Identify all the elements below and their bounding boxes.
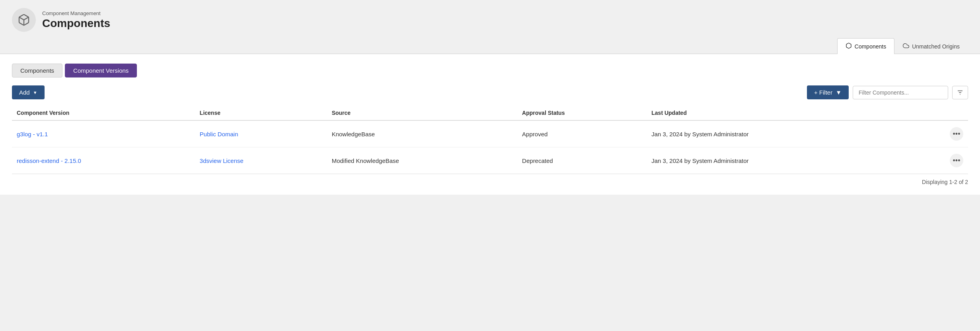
row1-component-version-link[interactable]: g3log - v1.1 xyxy=(17,131,48,137)
add-button[interactable]: Add ▼ xyxy=(12,85,45,99)
row2-more-button[interactable]: ••• xyxy=(950,154,963,167)
filter-options-icon xyxy=(957,89,964,96)
data-table: Component Version License Source Approva… xyxy=(12,106,968,174)
sub-tab-component-versions[interactable]: Component Versions xyxy=(65,64,137,77)
row2-approval-status: Deprecated xyxy=(517,147,647,174)
filter-input-wrap xyxy=(853,86,948,99)
row2-actions: ••• xyxy=(911,147,968,174)
col-approval-status: Approval Status xyxy=(517,106,647,120)
page-title: Components xyxy=(42,17,110,30)
tab-unmatched-origins-icon xyxy=(903,43,909,50)
row1-actions: ••• xyxy=(911,120,968,147)
header-text: Component Management Components xyxy=(42,10,110,30)
tab-components[interactable]: Components xyxy=(837,38,894,54)
table-header: Component Version License Source Approva… xyxy=(12,106,968,120)
component-icon xyxy=(12,8,36,32)
toolbar-left: Add ▼ xyxy=(12,85,45,99)
content-area: Components Component Versions Add ▼ + Fi… xyxy=(0,54,980,195)
row2-component-version: redisson-extend - 2.15.0 xyxy=(12,147,195,174)
tab-components-label: Components xyxy=(855,43,886,50)
add-chevron-icon: ▼ xyxy=(33,90,37,95)
table-body: g3log - v1.1 Public Domain KnowledgeBase… xyxy=(12,120,968,174)
header-section: Component Management Components xyxy=(0,0,980,32)
row2-source: Modified KnowledgeBase xyxy=(327,147,517,174)
row1-source: KnowledgeBase xyxy=(327,120,517,147)
tab-unmatched-origins[interactable]: Unmatched Origins xyxy=(894,38,968,54)
tab-unmatched-origins-label: Unmatched Origins xyxy=(912,43,960,50)
toolbar: Add ▼ + Filter ▼ xyxy=(12,85,968,99)
filter-options-button[interactable] xyxy=(952,86,968,99)
row1-license: Public Domain xyxy=(195,120,327,147)
filter-button[interactable]: + Filter ▼ xyxy=(807,85,849,99)
sub-tabs: Components Component Versions xyxy=(12,64,968,77)
tab-components-icon xyxy=(846,43,852,50)
col-license: License xyxy=(195,106,327,120)
header-top: Component Management Components xyxy=(12,8,968,32)
row1-last-updated: Jan 3, 2024 by System Administrator xyxy=(647,120,911,147)
col-last-updated: Last Updated xyxy=(647,106,911,120)
sub-tab-components[interactable]: Components xyxy=(12,64,62,77)
box-icon xyxy=(18,14,30,26)
col-component-version: Component Version xyxy=(12,106,195,120)
nav-tabs-row: Components Unmatched Origins xyxy=(0,38,980,54)
toolbar-right: + Filter ▼ xyxy=(807,85,968,99)
table-row: g3log - v1.1 Public Domain KnowledgeBase… xyxy=(12,120,968,147)
breadcrumb: Component Management xyxy=(42,10,110,16)
footer-row: Displaying 1-2 of 2 xyxy=(12,174,968,185)
page-wrapper: Component Management Components Componen… xyxy=(0,0,980,331)
row2-component-version-link[interactable]: redisson-extend - 2.15.0 xyxy=(17,157,81,164)
col-source: Source xyxy=(327,106,517,120)
add-label: Add xyxy=(19,89,30,96)
row1-component-version: g3log - v1.1 xyxy=(12,120,195,147)
row2-license-link[interactable]: 3dsview License xyxy=(200,157,244,164)
col-actions xyxy=(911,106,968,120)
row1-license-link[interactable]: Public Domain xyxy=(200,131,238,137)
table-row: redisson-extend - 2.15.0 3dsview License… xyxy=(12,147,968,174)
table-header-row: Component Version License Source Approva… xyxy=(12,106,968,120)
display-count: Displaying 1-2 of 2 xyxy=(922,179,968,185)
row1-more-button[interactable]: ••• xyxy=(950,127,963,141)
filter-input[interactable] xyxy=(853,86,948,99)
row1-approval-status: Approved xyxy=(517,120,647,147)
filter-chevron-icon: ▼ xyxy=(836,89,842,96)
filter-label: + Filter xyxy=(814,89,832,96)
row2-last-updated: Jan 3, 2024 by System Administrator xyxy=(647,147,911,174)
row2-license: 3dsview License xyxy=(195,147,327,174)
